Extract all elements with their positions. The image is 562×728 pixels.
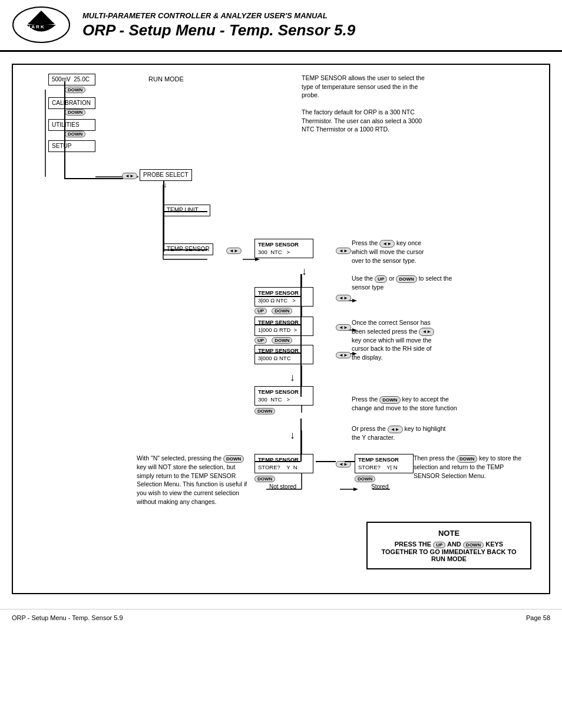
svg-text:S H A R K: S H A R K <box>22 24 44 29</box>
v-line-menu <box>64 81 65 179</box>
header-subtitle: ORP - Setup Menu - Temp. Sensor 5.9 <box>82 21 550 39</box>
enter-btn-300-ohm[interactable]: ◄► <box>336 294 351 302</box>
v-line-selections <box>300 274 302 365</box>
up-btn-300[interactable]: UP <box>254 308 267 314</box>
enter-btn-300-ntc[interactable]: ◄► <box>336 246 351 255</box>
h-line-enter-stored <box>345 461 355 462</box>
h-line-1000rtd <box>255 324 300 325</box>
h-line-to-store-box <box>255 461 300 462</box>
note-body: PRESS THE UP AND DOWN KEYS TOGETHER TO G… <box>376 541 521 562</box>
probe-select-box: PROBE SELECT <box>140 169 192 181</box>
down-btn-300[interactable]: DOWN <box>272 308 292 314</box>
main-content: TEMP SENSOR allows the user to select th… <box>0 52 562 606</box>
h-line-setup-probe <box>64 178 123 179</box>
then-press-down-annotation: Then press the DOWN key to store thesele… <box>414 454 543 480</box>
h-line-3000ntc <box>255 353 300 354</box>
setup-box: SETUP <box>48 140 95 152</box>
page-footer: ORP - Setup Menu - Temp. Sensor 5.9 Page… <box>0 609 562 626</box>
v-line-to-confirm <box>300 364 302 397</box>
h-line-store-enter <box>316 461 336 462</box>
enter-btn-temp-sensor[interactable]: ◄► <box>226 246 242 255</box>
logo: S H A R K <box>12 6 71 44</box>
footer-right: Page 58 <box>526 614 550 621</box>
footer-left: ORP - Setup Menu - Temp. Sensor 5.9 <box>12 614 123 621</box>
run-display: 500mV 25.0C <box>48 74 95 85</box>
calibration-box: CALIBRATION <box>48 97 95 109</box>
factory-default-desc: The factory default for ORP is a 300 NTC… <box>302 108 508 134</box>
down-btn-1[interactable]: DOWN <box>65 85 85 94</box>
down-btn-store-n[interactable]: DOWN <box>254 476 275 482</box>
note-title: NOTE <box>376 529 521 538</box>
header-title: MULTI-PARAMETER CONTROLLER & ANALYZER US… <box>82 11 550 20</box>
temp-unit-box: TEMP UNIT <box>163 205 210 216</box>
down-btn-2[interactable]: DOWN <box>65 108 85 116</box>
page-header: S H A R K MULTI-PARAMETER CONTROLLER & A… <box>0 0 562 52</box>
stored-label: Stored <box>371 483 388 490</box>
enter-btn-1000-rtd[interactable]: ◄► <box>336 323 351 331</box>
header-text: MULTI-PARAMETER CONTROLLER & ANALYZER US… <box>82 11 550 39</box>
down-arrow-store: ↓ <box>290 429 295 442</box>
svg-marker-15 <box>352 299 357 302</box>
utilities-box: UTILITIES <box>48 119 95 131</box>
enter-btn-3000-ntc[interactable]: ◄► <box>336 351 351 359</box>
svg-marker-26 <box>353 487 358 491</box>
down-btn-confirm[interactable]: DOWN <box>254 408 275 414</box>
temp-sensor-store-n-box: TEMP SENSOR STORE? Y N <box>254 454 313 473</box>
v-line-probe-temp <box>163 181 164 252</box>
temp-sensor-300-ntc-confirm-box: TEMP SENSOR 300 NTC > <box>254 386 313 406</box>
vertical-arrow-down: ↓ <box>302 265 307 278</box>
press-down-accept-annotation: Press the DOWN key to accept thechange a… <box>352 395 511 413</box>
press-enter-annotation: Press the ◄► key oncewhich will move the… <box>352 239 511 265</box>
h-line-temp-unit <box>163 211 207 212</box>
temp-sensor-3000-ntc-box: TEMP SENSOR 3|000 Ω NTC <box>254 345 313 364</box>
use-updown-annotation: Use the UP or DOWN to select thesensor t… <box>352 274 511 292</box>
h-line-temp-sensor <box>163 249 207 251</box>
temp-sensor-1000-rtd-box: TEMP SENSOR 1|000 Ω RTD > <box>254 317 313 336</box>
press-enter-highlight-annotation: Or press the ◄► key to highlightthe Y ch… <box>352 424 511 442</box>
down-btn-store-y[interactable]: DOWN <box>355 476 375 482</box>
run-mode-label: RUN MODE <box>148 75 184 83</box>
once-correct-annotation: Once the correct Sensor hasbeen selected… <box>352 318 511 362</box>
diagram-box: TEMP SENSOR allows the user to select th… <box>12 64 550 594</box>
h-line-300ntc <box>255 296 300 297</box>
enter-btn-probe[interactable]: ◄► <box>122 172 137 180</box>
top-annotation: TEMP SENSOR allows the user to select th… <box>302 74 508 134</box>
down-btn-1000[interactable]: DOWN <box>272 337 292 344</box>
temp-sensor-store-y-box: TEMP SENSOR STORE? Y| N <box>355 454 414 473</box>
temp-sensor-300-ntc-box: TEMP SENSOR 300 NTC > <box>254 239 313 258</box>
v-line-to-store <box>300 419 302 462</box>
up-btn-1000[interactable]: UP <box>254 337 267 344</box>
temp-sensor-desc: TEMP SENSOR allows the user to select th… <box>302 74 508 100</box>
with-n-selected-annotation: With "N" selected, pressing the DOWNkey … <box>137 454 254 506</box>
down-btn-3[interactable]: DOWN <box>65 130 85 138</box>
note-box: NOTE PRESS THE UP AND DOWN KEYS TOGETHER… <box>366 522 531 569</box>
svg-marker-9 <box>255 258 260 261</box>
not-stored-label: Not stored <box>269 483 296 490</box>
down-arrow-confirm: ↓ <box>290 371 295 384</box>
